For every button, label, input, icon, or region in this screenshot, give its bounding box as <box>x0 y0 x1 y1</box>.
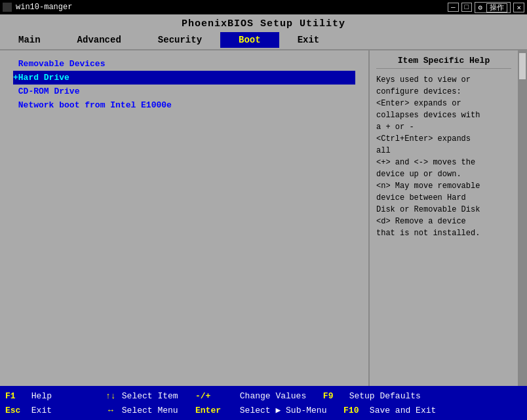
desc-select-menu: Select Menu <box>117 406 195 415</box>
boot-prefix-network <box>13 100 18 110</box>
close-button[interactable]: ✕ <box>513 3 524 12</box>
key-esc[interactable]: Esc <box>5 406 26 415</box>
bottom-bar: F1 Help ↑↓ Select Item -/+ Change Values… <box>0 386 527 420</box>
scrollbar-track[interactable] <box>518 50 527 386</box>
nav-main[interactable]: Main <box>0 32 59 48</box>
boot-prefix-cd <box>13 86 18 96</box>
bottom-line-1: F1 Help ↑↓ Select Item -/+ Change Values… <box>5 389 522 403</box>
desc-change-values: Change Values <box>235 391 323 401</box>
right-panel: Item Specific Help Keys used to view or … <box>370 50 518 386</box>
right-panel-wrapper: Item Specific Help Keys used to view or … <box>370 50 527 386</box>
key-f1[interactable]: F1 <box>5 391 26 401</box>
help-title: Item Specific Help <box>376 56 511 69</box>
nav-bar: Main Advanced Security Boot Exit <box>0 31 527 49</box>
title-bar-right: — □ ⚙ 操作 ✕ <box>448 2 524 13</box>
key-f9[interactable]: F9 <box>323 391 344 401</box>
title-bar: win10-manger — □ ⚙ 操作 ✕ <box>0 0 527 14</box>
scrollbar-thumb[interactable] <box>519 53 526 79</box>
action-setup-defaults: Setup Defaults <box>344 391 421 401</box>
action-save-exit: Save and Exit <box>364 406 436 415</box>
app-title: win10-manger <box>16 3 72 12</box>
app-icon <box>3 3 12 12</box>
settings-button[interactable]: ⚙ 操作 <box>475 2 511 13</box>
boot-item-cdrom[interactable]: CD-ROM Drive <box>13 85 355 98</box>
restore-button[interactable]: □ <box>461 3 473 12</box>
key-enter: Enter <box>195 406 235 415</box>
nav-boot[interactable]: Boot <box>220 32 279 48</box>
boot-prefix-removable <box>13 59 18 69</box>
bottom-line-2: Esc Exit ↔ Select Menu Enter Select ▶ Su… <box>5 403 522 417</box>
main-content: Removable Devices +Hard Drive CD-ROM Dri… <box>0 49 527 386</box>
bios-header: PhoenixBIOS Setup Utility <box>0 14 527 31</box>
desc-select-item: Select Item <box>117 391 195 401</box>
bios-container: PhoenixBIOS Setup Utility Main Advanced … <box>0 14 527 420</box>
boot-item-removable[interactable]: Removable Devices <box>13 57 355 71</box>
boot-item-harddrive[interactable]: +Hard Drive <box>13 71 355 85</box>
left-panel: Removable Devices +Hard Drive CD-ROM Dri… <box>0 50 370 386</box>
desc-select: Select ▶ Sub-Menu <box>235 405 343 415</box>
key-plusminus: -/+ <box>195 391 235 401</box>
boot-item-network[interactable]: Network boot from Intel E1000e <box>13 98 355 112</box>
desc-exit: Exit <box>26 406 105 415</box>
bios-title: PhoenixBIOS Setup Utility <box>182 18 345 29</box>
key-f10[interactable]: F10 <box>343 406 364 415</box>
arrow-leftright: ↔ <box>105 406 117 415</box>
help-text: Keys used to view or configure devices: … <box>376 74 511 239</box>
minimize-button[interactable]: — <box>448 3 459 12</box>
bottom-row: F1 Help ↑↓ Select Item -/+ Change Values… <box>5 389 522 417</box>
nav-exit[interactable]: Exit <box>279 32 338 48</box>
title-bar-left: win10-manger <box>3 3 72 12</box>
nav-advanced[interactable]: Advanced <box>59 32 140 48</box>
boot-prefix-hard: + <box>13 73 18 83</box>
arrow-updown: ↑↓ <box>105 391 117 401</box>
desc-help: Help <box>26 391 105 401</box>
nav-security[interactable]: Security <box>140 32 220 48</box>
